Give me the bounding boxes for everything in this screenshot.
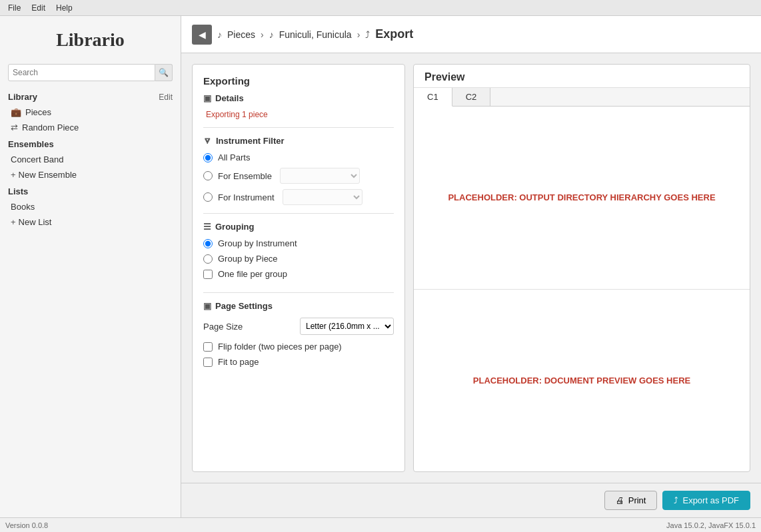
preview-tab-c2[interactable]: C2 <box>452 88 491 106</box>
sidebar-item-pieces[interactable]: 💼 Pieces <box>0 105 181 120</box>
for-ensemble-radio[interactable] <box>203 171 213 180</box>
content-area: ◀ ♪ Pieces › ♪ Funiculi, Funicula › ⤴ Ex… <box>181 16 761 517</box>
export-pdf-label: Export as PDF <box>682 495 739 505</box>
back-button[interactable]: ◀ <box>192 25 212 45</box>
sidebar-item-concert-band[interactable]: Concert Band <box>0 152 181 167</box>
flip-folder-row: Flip folder (two pieces per page) <box>203 342 394 352</box>
divider2 <box>203 213 394 214</box>
lists-section-title: Lists <box>0 182 181 199</box>
sidebar-item-new-list[interactable]: + New List <box>0 214 181 230</box>
export-panel: Exporting ▣ Details Exporting 1 piece ⛛ … <box>192 64 405 472</box>
java-version-label: Java 15.0.2, JavaFX 15.0.1 <box>666 521 756 529</box>
page-size-row: Page Size Letter (216.0mm x ... <box>203 318 394 335</box>
new-list-icon: + <box>11 217 16 227</box>
detail-text: Exporting 1 piece <box>203 110 394 119</box>
breadcrumb-bar: ◀ ♪ Pieces › ♪ Funiculi, Funicula › ⤴ Ex… <box>181 16 761 53</box>
instrument-filter-group: All Parts For Ensemble For Instrument <box>203 152 394 205</box>
breadcrumb-pieces-link[interactable]: Pieces <box>227 29 255 40</box>
group-by-piece-radio[interactable] <box>203 254 213 264</box>
preview-tab-c1[interactable]: C1 <box>414 88 452 107</box>
fit-to-page-checkbox[interactable] <box>203 358 213 367</box>
sidebar-item-new-ensemble[interactable]: + New Ensemble <box>0 167 181 182</box>
for-ensemble-row: For Ensemble <box>203 168 394 184</box>
search-container: 🔍 <box>8 64 173 81</box>
random-piece-label: Random Piece <box>22 123 79 133</box>
flip-folder-checkbox[interactable] <box>203 342 213 352</box>
bottom-bar: 🖨 Print ⤴ Export as PDF <box>181 483 761 517</box>
search-input[interactable] <box>8 64 155 81</box>
breadcrumb-piece-link[interactable]: Funiculi, Funicula <box>279 29 352 40</box>
all-parts-radio[interactable] <box>203 153 213 162</box>
page-size-label: Page Size <box>203 322 293 332</box>
menu-bar: File Edit Help <box>0 0 761 16</box>
menu-file[interactable]: File <box>3 2 26 14</box>
all-parts-label: All Parts <box>218 152 250 162</box>
library-section-title: Library <box>8 92 37 102</box>
version-label: Version 0.0.8 <box>5 521 48 529</box>
export-pdf-icon: ⤴ <box>674 495 678 505</box>
status-bar: Version 0.0.8 Java 15.0.2, JavaFX 15.0.1 <box>0 517 761 532</box>
page-settings-section-title: ▣ Page Settings <box>203 301 394 311</box>
one-file-per-group-checkbox[interactable] <box>203 270 213 279</box>
grouping-icon: ☰ <box>203 222 211 232</box>
library-section-header: Library Edit <box>0 88 181 105</box>
new-ensemble-icon: + <box>11 170 16 180</box>
pieces-label: Pieces <box>25 107 51 117</box>
print-button[interactable]: 🖨 Print <box>604 491 658 510</box>
print-icon: 🖨 <box>616 495 624 505</box>
details-icon: ▣ <box>203 93 211 103</box>
sidebar-item-books[interactable]: Books <box>0 199 181 214</box>
flip-folder-label: Flip folder (two pieces per page) <box>218 342 342 352</box>
export-pdf-button[interactable]: ⤴ Export as PDF <box>662 491 750 510</box>
page-settings-icon: ▣ <box>203 301 211 311</box>
books-label: Books <box>11 202 35 212</box>
sidebar-item-random-piece[interactable]: ⇄ Random Piece <box>0 120 181 135</box>
print-label: Print <box>628 495 646 505</box>
for-instrument-row: For Instrument <box>203 189 394 205</box>
all-parts-row: All Parts <box>203 152 394 162</box>
new-list-label: New List <box>19 217 52 227</box>
group-by-piece-row: Group by Piece <box>203 254 394 264</box>
one-file-per-group-label: One file per group <box>218 269 287 279</box>
ensembles-section-title: Ensembles <box>0 135 181 152</box>
instrument-filter-title: ⛛ Instrument Filter <box>203 136 394 146</box>
grouping-label: Grouping <box>215 222 255 232</box>
pieces-breadcrumb-icon: ♪ <box>217 29 222 40</box>
search-button[interactable]: 🔍 <box>155 64 173 81</box>
for-instrument-radio[interactable] <box>203 192 213 202</box>
menu-help[interactable]: Help <box>51 2 78 14</box>
main-layout: Librario 🔍 Library Edit 💼 Pieces ⇄ Rando… <box>0 16 761 517</box>
grouping-section-title: ☰ Grouping <box>203 222 394 232</box>
random-piece-icon: ⇄ <box>11 123 18 133</box>
group-by-instrument-radio[interactable] <box>203 239 213 248</box>
instrument-filter-label: Instrument Filter <box>216 136 285 146</box>
sidebar: Librario 🔍 Library Edit 💼 Pieces ⇄ Rando… <box>0 16 181 517</box>
details-title-label: Details <box>215 93 244 103</box>
preview-directory-area: PLACEHOLDER: OUTPUT DIRECTORY HIERARCHY … <box>414 107 750 290</box>
breadcrumb-sep1: › <box>261 29 264 40</box>
for-instrument-select[interactable] <box>283 189 363 205</box>
breadcrumb-sep2: › <box>357 29 361 40</box>
group-by-instrument-label: Group by Instrument <box>218 238 297 248</box>
for-instrument-label: For Instrument <box>218 192 275 202</box>
new-ensemble-label: New Ensemble <box>19 170 77 180</box>
filter-icon: ⛛ <box>203 136 212 146</box>
exporting-label: Exporting <box>203 75 250 87</box>
group-by-instrument-row: Group by Instrument <box>203 238 394 248</box>
fit-to-page-label: Fit to page <box>218 357 259 367</box>
preview-panel: Preview C1 C2 PLACEHOLDER: OUTPUT DIRECT… <box>413 64 750 472</box>
exporting-title: Exporting <box>203 75 394 87</box>
piece-breadcrumb-icon: ♪ <box>269 29 274 40</box>
library-edit-link[interactable]: Edit <box>159 93 173 102</box>
grouping-group: Group by Instrument Group by Piece One f… <box>203 238 394 284</box>
preview-header: Preview <box>414 65 750 88</box>
page-settings-label: Page Settings <box>215 301 273 311</box>
app-title: Librario <box>0 23 181 64</box>
directory-placeholder-text: PLACEHOLDER: OUTPUT DIRECTORY HIERARCHY … <box>448 192 715 202</box>
document-placeholder-text: PLACEHOLDER: DOCUMENT PREVIEW GOES HERE <box>473 376 690 386</box>
preview-document-area: PLACEHOLDER: DOCUMENT PREVIEW GOES HERE <box>414 290 750 472</box>
page-size-select[interactable]: Letter (216.0mm x ... <box>300 318 394 335</box>
menu-edit[interactable]: Edit <box>26 2 51 14</box>
preview-tabs: C1 C2 <box>414 88 750 107</box>
for-ensemble-select[interactable] <box>280 168 360 184</box>
